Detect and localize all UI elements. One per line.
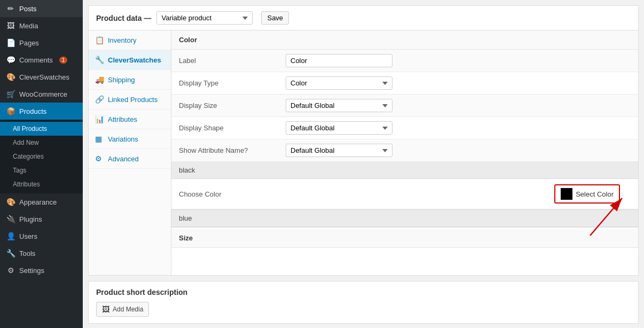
- sidebar-item-users[interactable]: 👤 Users: [0, 228, 83, 245]
- display-size-value: Default Global: [286, 99, 631, 112]
- sidebar-item-tools[interactable]: 🔧 Tools: [0, 245, 83, 262]
- sidebar-item-label: Pages: [19, 39, 39, 47]
- tab-label: Linked Products: [108, 96, 158, 104]
- sidebar-item-woocommerce[interactable]: 🛒 WooCommerce: [0, 85, 83, 103]
- choose-color-label: Choose Color: [179, 190, 286, 198]
- add-media-icon: 🖼: [102, 305, 109, 314]
- tab-inventory[interactable]: 📋 Inventory: [89, 30, 171, 50]
- color-section-header: Color: [171, 30, 638, 50]
- sidebar-item-pages[interactable]: 📄 Pages: [0, 34, 83, 51]
- show-attr-name-select[interactable]: Default Global: [286, 144, 392, 157]
- short-description-title: Product short description: [96, 288, 631, 296]
- sidebar-item-label: Tools: [19, 249, 35, 257]
- short-description-section: Product short description 🖼 Add Media: [88, 281, 639, 324]
- product-content: Color Label Display Type Color: [171, 30, 638, 275]
- sidebar-item-appearance[interactable]: 🎨 Appearance: [0, 193, 83, 210]
- product-type-select[interactable]: Variable product: [156, 11, 253, 25]
- tab-advanced[interactable]: ⚙ Advanced: [89, 149, 171, 169]
- advanced-icon: ⚙: [95, 154, 104, 163]
- display-type-label: Display Type: [179, 79, 286, 87]
- sidebar-item-comments[interactable]: 💬 Comments 1: [0, 51, 83, 68]
- woocommerce-icon: 🛒: [6, 90, 15, 98]
- black-swatch-header: black: [171, 162, 638, 179]
- all-products-label: All Products: [13, 125, 47, 132]
- select-color-label: Select Color: [576, 190, 614, 198]
- linked-products-icon: 🔗: [95, 95, 104, 104]
- sidebar-item-label: Plugins: [19, 215, 42, 223]
- categories-label: Categories: [13, 153, 44, 160]
- sidebar-item-media[interactable]: 🖼 Media: [0, 17, 83, 34]
- show-attr-name-label: Show Attribute Name?: [179, 146, 286, 154]
- cleverswatches-icon: 🎨: [6, 73, 15, 81]
- sidebar: ✏ Posts 🖼 Media 📄 Pages 💬 Comments 1 🎨 C…: [0, 0, 83, 328]
- sidebar-item-all-products[interactable]: All Products: [0, 122, 83, 136]
- select-color-button[interactable]: Select Color: [554, 184, 620, 204]
- sidebar-item-label: Comments: [19, 56, 53, 64]
- tab-label: Variations: [108, 135, 138, 143]
- sidebar-item-products[interactable]: 📦 Products: [0, 103, 83, 120]
- settings-icon: ⚙: [6, 266, 15, 275]
- display-size-select[interactable]: Default Global: [286, 99, 392, 112]
- shipping-icon: 🚚: [95, 75, 104, 84]
- tab-cleverswatches[interactable]: 🔧 CleverSwatches: [89, 50, 171, 70]
- sidebar-item-add-new[interactable]: Add New: [0, 136, 83, 150]
- tab-label: Shipping: [108, 76, 135, 84]
- display-type-select[interactable]: Color: [286, 76, 392, 90]
- plugins-icon: 🔌: [6, 215, 15, 223]
- comments-icon: 💬: [6, 56, 15, 64]
- sidebar-item-label: WooCommerce: [19, 90, 67, 98]
- black-swatch-section: black Choose Color Select Color: [171, 162, 638, 210]
- tab-attributes[interactable]: 📊 Attributes: [89, 110, 171, 129]
- display-shape-label: Display Shape: [179, 124, 286, 132]
- choose-color-row: Choose Color Select Color: [171, 179, 638, 209]
- label-field-value: [286, 54, 631, 67]
- product-tabs: 📋 Inventory 🔧 CleverSwatches 🚚 Shipping …: [89, 30, 171, 275]
- products-icon: 📦: [6, 107, 15, 115]
- sidebar-item-label: Media: [19, 22, 38, 30]
- sidebar-item-settings[interactable]: ⚙ Settings: [0, 262, 83, 279]
- attributes-label: Attributes: [13, 181, 40, 188]
- product-data-header: Product data — Variable product Save: [88, 5, 639, 30]
- add-media-button[interactable]: 🖼 Add Media: [96, 302, 149, 317]
- show-attr-name-row: Show Attribute Name? Default Global: [171, 139, 638, 162]
- size-section-header: Size: [171, 229, 638, 248]
- sidebar-item-plugins[interactable]: 🔌 Plugins: [0, 210, 83, 228]
- sidebar-item-attributes[interactable]: Attributes: [0, 177, 83, 191]
- main-content: Product data — Variable product Save 📋 I…: [83, 0, 644, 328]
- display-type-row: Display Type Color: [171, 72, 638, 95]
- tab-shipping[interactable]: 🚚 Shipping: [89, 70, 171, 90]
- users-icon: 👤: [6, 232, 15, 240]
- posts-icon: ✏: [6, 4, 15, 13]
- display-shape-value: Default Global: [286, 121, 631, 135]
- sidebar-item-label: Appearance: [19, 198, 57, 206]
- sidebar-item-label: CleverSwatches: [19, 73, 69, 81]
- show-attr-name-value: Default Global: [286, 144, 631, 157]
- display-shape-row: Display Shape Default Global: [171, 117, 638, 139]
- sidebar-item-label: Products: [19, 107, 46, 115]
- add-media-label: Add Media: [113, 306, 143, 313]
- tab-variations[interactable]: ▦ Variations: [89, 129, 171, 149]
- tab-label: Advanced: [108, 155, 139, 163]
- tab-label: Attributes: [108, 115, 137, 123]
- display-shape-select[interactable]: Default Global: [286, 121, 392, 135]
- media-icon: 🖼: [6, 21, 15, 30]
- tags-label: Tags: [13, 167, 26, 174]
- sidebar-item-categories[interactable]: Categories: [0, 150, 83, 163]
- products-submenu: All Products Add New Categories Tags Att…: [0, 120, 83, 193]
- variations-icon: ▦: [95, 135, 104, 143]
- cleverswatches-tab-icon: 🔧: [95, 56, 104, 64]
- tab-linked-products[interactable]: 🔗 Linked Products: [89, 90, 171, 110]
- tab-label: CleverSwatches: [108, 56, 161, 64]
- display-size-label: Display Size: [179, 101, 286, 110]
- black-color-swatch: [561, 188, 572, 200]
- add-new-label: Add New: [13, 139, 39, 146]
- label-row: Label: [171, 50, 638, 72]
- sidebar-item-posts[interactable]: ✏ Posts: [0, 0, 83, 17]
- blue-swatch-header: blue: [171, 210, 638, 227]
- sidebar-item-tags[interactable]: Tags: [0, 163, 83, 177]
- pages-icon: 📄: [6, 38, 15, 47]
- save-button[interactable]: Save: [261, 11, 289, 25]
- tools-icon: 🔧: [6, 249, 15, 257]
- sidebar-item-cleverswatches[interactable]: 🎨 CleverSwatches: [0, 68, 83, 85]
- label-input[interactable]: [286, 54, 392, 67]
